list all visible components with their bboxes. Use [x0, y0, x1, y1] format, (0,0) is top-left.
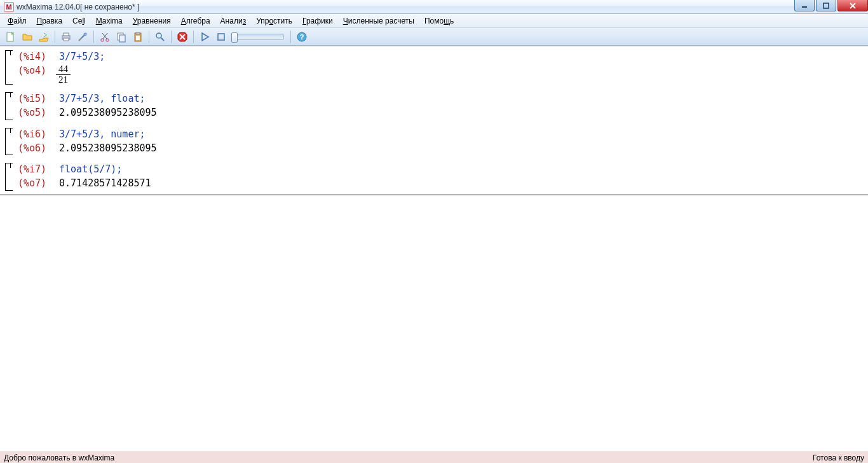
input-code[interactable]: 3/7+5/3, float;	[53, 92, 146, 106]
input-code[interactable]: 3/7+5/3;	[53, 50, 105, 64]
title-bar: M wxMaxima 12.04.0[ не сохранено* ]	[0, 0, 868, 14]
output-line: (%o7) 0.71428571428571	[18, 177, 868, 191]
input-line[interactable]: (%i4) 3/7+5/3;	[18, 50, 868, 64]
menu-item[interactable]: Помощь	[419, 15, 459, 27]
menu-item[interactable]: Анализ	[215, 15, 252, 27]
menu-item[interactable]: Файл	[3, 15, 32, 27]
output-label: (%o4)	[18, 64, 53, 78]
settings-button[interactable]	[75, 30, 90, 44]
output-text: 2.095238095238095	[53, 142, 157, 156]
status-bar: Добро пожаловать в wxMaxima Готова к вво…	[0, 452, 868, 463]
svg-line-22	[161, 38, 164, 41]
input-label: (%i4)	[18, 50, 53, 64]
document-scroll[interactable]: (%i4) 3/7+5/3;(%o4)4421(%i5) 3/7+5/3, fl…	[0, 46, 868, 452]
menu-item[interactable]: Уравнения	[128, 15, 176, 27]
toolbar-separator	[149, 31, 149, 43]
status-right: Готова к вводу	[813, 453, 864, 462]
status-left: Добро пожаловать в wxMaxima	[4, 453, 114, 462]
toolbar-separator	[55, 31, 55, 43]
input-line[interactable]: (%i6) 3/7+5/3, numer;	[18, 128, 868, 142]
input-line[interactable]: (%i7) float(5/7);	[18, 163, 868, 177]
menu-item[interactable]: Численные расчеты	[338, 15, 419, 27]
maximize-button[interactable]	[816, 0, 836, 11]
toolbar-separator	[171, 31, 172, 43]
svg-line-15	[102, 33, 107, 39]
animation-slider[interactable]	[233, 34, 284, 40]
cell[interactable]: (%i5) 3/7+5/3, float;(%o5) 2.09523809523…	[0, 88, 868, 124]
svg-rect-27	[218, 34, 224, 40]
app-icon: M	[4, 2, 14, 12]
cell-bracket-icon[interactable]	[5, 92, 13, 120]
copy-button[interactable]	[114, 30, 129, 44]
output-line: (%o4)4421	[18, 64, 868, 85]
svg-point-13	[106, 38, 109, 41]
help-button[interactable]: ?	[294, 30, 309, 44]
cell-bracket-icon[interactable]	[5, 163, 13, 191]
stop-execution-button[interactable]	[214, 30, 229, 44]
svg-rect-1	[824, 3, 829, 8]
window-controls	[793, 0, 868, 11]
menu-item[interactable]: Алгебра	[176, 15, 215, 27]
input-label: (%i5)	[18, 92, 53, 106]
svg-point-11	[84, 33, 86, 36]
menu-item[interactable]: Графики	[297, 15, 338, 27]
input-line[interactable]: (%i5) 3/7+5/3, float;	[18, 92, 868, 106]
menu-item[interactable]: Упростить	[251, 15, 297, 27]
find-button[interactable]	[153, 30, 168, 44]
document-content[interactable]: (%i4) 3/7+5/3;(%o4)4421(%i5) 3/7+5/3, fl…	[0, 46, 868, 452]
output-text: 2.095238095238095	[53, 106, 157, 120]
cut-button[interactable]	[97, 30, 112, 44]
close-button[interactable]	[837, 0, 868, 11]
toolbar-separator	[290, 31, 291, 43]
menu-item[interactable]: Maxima	[91, 15, 128, 27]
new-file-button[interactable]	[3, 30, 18, 44]
output-text: 0.71428571428571	[53, 177, 151, 191]
input-label: (%i6)	[18, 128, 53, 142]
print-button[interactable]	[58, 30, 74, 44]
toolbar-separator	[93, 31, 94, 43]
fraction-output: 4421	[56, 64, 71, 85]
toolbar-separator	[193, 31, 194, 43]
svg-marker-26	[202, 33, 208, 41]
stop-button[interactable]	[175, 30, 190, 44]
svg-rect-17	[119, 35, 125, 42]
output-line: (%o6) 2.095238095238095	[18, 142, 868, 156]
document-area: (%i4) 3/7+5/3;(%o4)4421(%i5) 3/7+5/3, fl…	[0, 46, 868, 452]
menu-item[interactable]: Cell	[67, 15, 91, 27]
svg-rect-19	[136, 32, 140, 34]
svg-line-14	[103, 33, 107, 39]
output-label: (%o5)	[18, 106, 53, 120]
output-label: (%o7)	[18, 177, 53, 191]
svg-point-12	[101, 38, 104, 41]
input-code[interactable]: 3/7+5/3, numer;	[53, 128, 146, 142]
window-title: wxMaxima 12.04.0[ не сохранено* ]	[17, 3, 139, 11]
toolbar: ?	[0, 28, 868, 46]
run-button[interactable]	[197, 30, 212, 44]
cell-bracket-icon[interactable]	[5, 128, 13, 156]
cell-bracket-icon[interactable]	[5, 50, 13, 85]
svg-rect-8	[64, 38, 69, 41]
svg-rect-20	[136, 36, 140, 40]
menu-bar: ФайлПравкаCellMaximaУравненияАлгебраАнал…	[0, 14, 868, 28]
cell[interactable]: (%i4) 3/7+5/3;(%o4)4421	[0, 46, 868, 88]
input-code[interactable]: float(5/7);	[53, 163, 122, 177]
cell[interactable]: (%i6) 3/7+5/3, numer;(%o6) 2.09523809523…	[0, 124, 868, 160]
save-file-button[interactable]	[36, 30, 51, 44]
menu-item[interactable]: Правка	[32, 15, 68, 27]
input-label: (%i7)	[18, 163, 53, 177]
output-label: (%o6)	[18, 142, 53, 156]
paste-button[interactable]	[130, 30, 146, 44]
output-line: (%o5) 2.095238095238095	[18, 106, 868, 120]
minimize-button[interactable]	[794, 0, 815, 11]
svg-point-21	[156, 33, 161, 38]
svg-rect-7	[64, 33, 69, 36]
open-file-button[interactable]	[20, 30, 35, 44]
svg-text:?: ?	[300, 33, 304, 41]
cell[interactable]: (%i7) float(5/7);(%o7) 0.71428571428571	[0, 159, 868, 195]
